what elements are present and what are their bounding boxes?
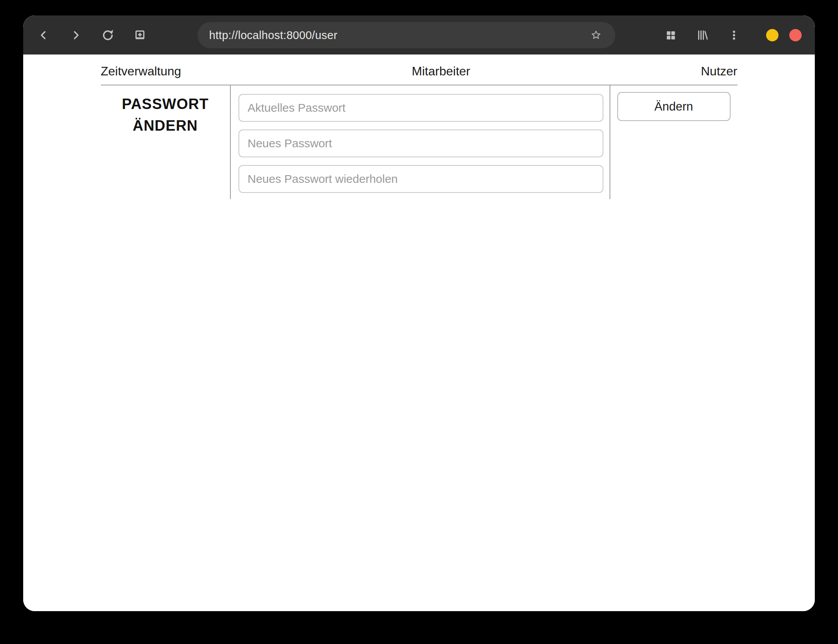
reload-button[interactable] (99, 26, 117, 44)
window-controls (766, 15, 802, 55)
forward-button[interactable] (66, 26, 85, 44)
url-text: http://localhost:8000/user (209, 29, 591, 42)
nav-item-zeitverwaltung[interactable]: Zeitverwaltung (101, 64, 181, 78)
toolbar-action-buttons (661, 15, 743, 55)
page-title: PASSWORT ÄNDERN (101, 93, 230, 136)
page-content: Zeitverwaltung Mitarbeiter Nutzer PASSWO… (23, 55, 815, 611)
library-icon (696, 29, 709, 41)
site-nav: Zeitverwaltung Mitarbeiter Nutzer (101, 55, 738, 85)
bookmark-button[interactable] (588, 27, 605, 44)
kebab-menu-icon (729, 30, 739, 41)
new-window-button[interactable] (131, 26, 149, 44)
new-window-icon (134, 29, 146, 41)
nav-item-mitarbeiter[interactable]: Mitarbeiter (412, 64, 470, 78)
password-action-column: Ändern (610, 85, 738, 199)
current-password-input[interactable] (238, 94, 603, 122)
change-password-button[interactable]: Ändern (617, 92, 731, 121)
url-bar[interactable]: http://localhost:8000/user (198, 22, 615, 48)
new-password-input[interactable] (238, 129, 603, 157)
reload-icon (101, 29, 114, 42)
grid-button[interactable] (661, 26, 680, 44)
browser-toolbar: http://localhost:8000/user (23, 15, 815, 55)
kebab-menu-button[interactable] (725, 26, 743, 44)
minimize-button[interactable] (766, 29, 778, 41)
back-button[interactable] (34, 26, 53, 44)
desktop: { "browser": { "url": "http://localhost:… (0, 0, 838, 644)
library-button[interactable] (693, 26, 712, 44)
password-section: PASSWORT ÄNDERN Ändern (101, 85, 738, 199)
nav-item-nutzer[interactable]: Nutzer (701, 64, 737, 78)
grid-icon (665, 30, 676, 41)
repeat-password-input[interactable] (238, 165, 603, 193)
forward-icon (70, 29, 82, 41)
bookmark-star-icon (590, 29, 602, 41)
browser-window: http://localhost:8000/user (23, 15, 815, 611)
toolbar-nav-buttons (34, 15, 149, 55)
back-icon (38, 29, 49, 41)
page-container: Zeitverwaltung Mitarbeiter Nutzer PASSWO… (101, 55, 738, 199)
close-button[interactable] (789, 29, 802, 41)
password-fields-column (230, 85, 610, 199)
password-heading-column: PASSWORT ÄNDERN (101, 85, 230, 199)
